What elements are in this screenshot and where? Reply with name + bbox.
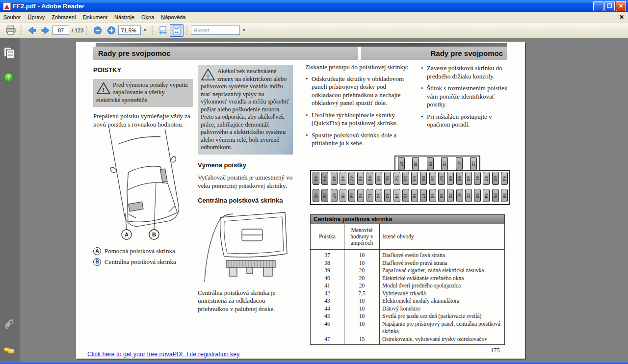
zoom-in-icon [107, 26, 116, 35]
zoom-out-icon [93, 26, 102, 35]
fuse-41: 41 [456, 157, 463, 170]
next-page-button[interactable] [39, 24, 52, 37]
window-title: FF2.pdf - Adobe Reader [13, 2, 593, 10]
warning-triangle-icon: ! [96, 82, 111, 95]
adobe-reader-icon [3, 2, 11, 10]
table-cell: Zapaľovač cigariet, zadná elektrická zás… [380, 267, 505, 275]
attachments-icon[interactable] [4, 319, 16, 331]
toolbar: 87 / 123 71,5% ▼ Hledat ▼ [0, 23, 628, 38]
table-row: 427,5Vyhrievané zrkadlá [311, 290, 505, 298]
previous-page-button[interactable] [25, 24, 39, 37]
fuse-52: 52 [393, 172, 400, 185]
menu-upravy[interactable]: Úpravy [24, 13, 48, 22]
sub-heading: Centrálna poistková skrinka [198, 197, 293, 205]
fuse-38: 38 [412, 157, 419, 170]
table-cell: 10 [344, 312, 380, 320]
menu-okna[interactable]: Okna [138, 13, 157, 22]
toolbar-grip [86, 26, 88, 35]
zoom-in-button[interactable] [105, 24, 118, 37]
table-cell: Elektrické ovládanie strešného okna [380, 275, 505, 283]
glovebox-figure [199, 209, 292, 283]
table-row: 4510Svetlá pre jazdu cez deň (parkovacie… [311, 312, 505, 320]
figure-legend: APomocná poistková skrinkaBCentrálna poi… [93, 247, 193, 266]
fuse-79: 79 [438, 189, 445, 202]
page-number-input[interactable]: 87 [52, 26, 69, 35]
svg-text:!: ! [207, 73, 209, 80]
table-cell: 47 [311, 336, 344, 345]
menu-nastroje[interactable]: Nástroje [111, 13, 138, 22]
fuse-83: 83 [474, 189, 481, 202]
fit-page-button[interactable] [170, 24, 183, 37]
section-heading: POISTKY [93, 66, 193, 75]
fuse-72: 72 [375, 189, 382, 202]
fuse-row-middle: 4344454647484950515253545556575859606162… [313, 172, 508, 185]
column-1: POISTKY ! Pred výmenou poistky vypnite z… [93, 66, 193, 268]
table-cell: 43 [311, 297, 344, 305]
zoom-dropdown-icon[interactable]: ▼ [141, 28, 149, 32]
minimize-button[interactable]: _ [593, 1, 603, 11]
document-close-icon[interactable]: ✕ [619, 14, 624, 21]
fuse-84: 84 [483, 189, 490, 202]
help-icon[interactable]: ? [4, 73, 14, 82]
table-cell: Dátový konektor [380, 305, 505, 313]
search-dropdown-icon[interactable]: ▼ [240, 28, 248, 32]
table-row: 4610Napájanie pre prístrojový panel, cen… [311, 320, 505, 336]
table-cell: 42 [311, 290, 344, 298]
table-cell: 20 [344, 275, 380, 283]
bullet-list: Odskrutkujte skrutky v obkladovom paneli… [305, 75, 414, 148]
fuse-48: 48 [357, 172, 364, 185]
table-cell: Diaľkové svetlo ľavá strana [380, 250, 505, 260]
paragraph: Prepálenú poistku vymieňajte vždy za nov… [93, 112, 193, 129]
paragraph: Získanie prístupu do poistkovej skrinky: [305, 63, 414, 72]
bullet-list: Zaveste poistkovú skrinku do predného dr… [420, 64, 508, 129]
fit-width-button[interactable] [156, 24, 170, 37]
table-cell: 7,5 [344, 290, 380, 298]
legend-text: Pomocná poistková skrinka [105, 247, 175, 256]
comments-icon[interactable] [4, 346, 15, 354]
table-cell: 15 [344, 336, 380, 345]
table-row: 3710Diaľkové svetlo ľavá strana [311, 250, 505, 260]
table-cell: 46 [311, 320, 344, 336]
fuse-68: 68 [340, 189, 346, 202]
print-button[interactable] [4, 24, 18, 37]
fuse-59: 59 [456, 172, 463, 185]
restore-button[interactable]: ❐ [604, 1, 615, 11]
search-input[interactable]: Hledat [191, 26, 240, 35]
fuse-45: 45 [331, 172, 338, 185]
zoom-level-select[interactable]: 71,5% [118, 26, 141, 35]
menu-zobrazeni[interactable]: Zobrazení [48, 13, 79, 22]
bullet-item: Odskrutkujte skrutky v obkladovom paneli… [305, 75, 414, 107]
table-cell: 10 [344, 320, 380, 336]
sub-heading: Výmena poistky [198, 161, 293, 170]
zoom-out-button[interactable] [91, 24, 105, 37]
column-header: Poistka [311, 224, 344, 250]
fuse-65: 65 [313, 189, 319, 202]
table-cell: 10 [344, 260, 380, 267]
menu-dokument[interactable]: Dokument [79, 13, 111, 22]
svg-text:!: ! [103, 86, 105, 94]
fuse-37: 37 [398, 157, 405, 170]
fuse-75: 75 [402, 189, 409, 202]
table-row: 4310Elektronické moduly akumulátora [311, 297, 505, 305]
taskbar-edge[interactable] [0, 362, 628, 364]
fuse-78: 78 [429, 189, 436, 202]
fuse-53: 53 [402, 172, 409, 185]
table-cell: 37 [311, 250, 344, 260]
legend-key: B [93, 258, 101, 266]
column-2: ! Akékoľvek neschválené zmeny na elektri… [198, 65, 293, 313]
menu-bar: SouborÚpravyZobrazeníDokumentNástrojeOkn… [0, 12, 628, 23]
table-cell: Modul dverí predného spolujazdca [380, 282, 505, 290]
fuse-70: 70 [357, 189, 364, 202]
table-cell: 40 [311, 275, 344, 283]
novapdf-registration-link[interactable]: Click here to get your free novaPDF Lite… [87, 351, 240, 358]
fuse-49: 49 [366, 172, 373, 185]
pages-panel-icon[interactable] [4, 47, 16, 59]
menu-napoveda[interactable]: Nápověda [157, 13, 189, 22]
table-cell: Napájanie pre prístrojový panel, centrál… [380, 320, 505, 336]
toolbar-grip [21, 26, 22, 35]
menu-soubor[interactable]: Soubor [0, 13, 24, 22]
close-button[interactable]: ✕ [616, 1, 626, 11]
column-header: Istené obvody [380, 224, 505, 250]
legend-key: A [93, 247, 101, 255]
legend-text: Centrálna poistková skrinka [105, 258, 176, 266]
